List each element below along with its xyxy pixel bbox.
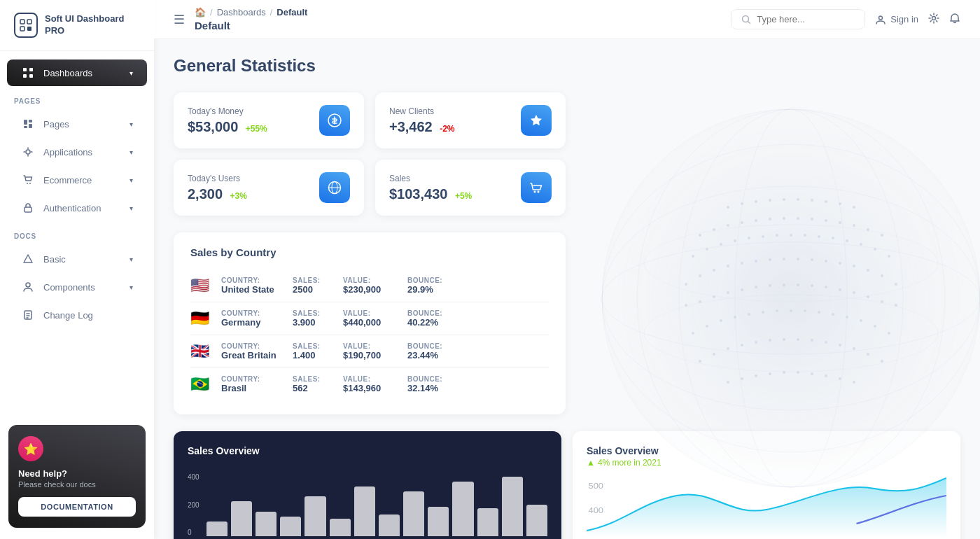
svg-point-119	[727, 347, 729, 350]
chevron-down-icon: ▾	[130, 284, 133, 291]
breadcrumb-dashboards[interactable]: Dashboards	[217, 7, 266, 18]
country-col-label: Country:	[221, 276, 284, 284]
svg-point-20	[932, 16, 936, 20]
bar-item	[231, 501, 252, 536]
country-col-br: Country: Brasil	[221, 375, 284, 393]
sidebar-item-applications[interactable]: Applications ▾	[7, 139, 147, 165]
svg-point-86	[685, 304, 687, 307]
stat-card-clients: New Clients +3,462 -2%	[375, 92, 566, 148]
svg-point-28	[735, 109, 847, 487]
line-chart-title: Sales Overview	[587, 445, 946, 456]
sidebar-item-ecommerce[interactable]: Ecommerce ▾	[7, 167, 147, 193]
ecommerce-label: Ecommerce	[43, 175, 92, 186]
bar-item	[354, 486, 375, 536]
home-icon[interactable]: 🏠	[195, 7, 206, 18]
svg-point-21	[602, 109, 980, 487]
svg-point-91	[755, 286, 757, 288]
svg-point-75	[755, 260, 757, 262]
notifications-icon[interactable]	[949, 13, 960, 27]
svg-point-48	[797, 217, 799, 220]
sidebar: Soft UI Dashboard PRO Dashboards ▾ PAGES	[0, 0, 154, 539]
svg-point-104	[720, 319, 722, 322]
chevron-down-icon: ▾	[130, 148, 133, 156]
svg-point-99	[867, 295, 869, 298]
sidebar-item-pages[interactable]: Pages ▾	[7, 111, 147, 137]
sidebar-item-components[interactable]: Components ▾	[7, 274, 147, 300]
country-col-us: Country: United State	[221, 276, 284, 295]
svg-point-39	[839, 202, 841, 205]
changelog-label: Change Log	[43, 310, 93, 321]
authentication-label: Authentication	[43, 203, 101, 214]
menu-toggle-button[interactable]: ☰	[174, 12, 185, 27]
svg-rect-6	[23, 74, 27, 78]
svg-point-93	[783, 284, 785, 286]
sales-col-us: Sales: 2500	[293, 276, 335, 295]
applications-label: Applications	[43, 147, 92, 158]
stat-info-money: Today's Money $53,000 +55%	[188, 106, 267, 135]
bar-item	[280, 517, 301, 536]
chevron-down-icon: ▾	[130, 120, 133, 128]
logo-area: Soft UI Dashboard PRO	[0, 0, 154, 51]
sales-value-gb: 1.400	[293, 350, 335, 360]
bar-chart-card: Sales Overview 400 200 0	[174, 431, 561, 539]
components-icon	[21, 280, 35, 294]
content-area: General Statistics Today's Money $53,000…	[154, 39, 980, 539]
svg-rect-3	[27, 27, 31, 31]
svg-point-140	[853, 381, 855, 384]
stat-badge-money: +55%	[246, 124, 267, 134]
sidebar-item-dashboards[interactable]: Dashboards ▾	[7, 59, 147, 86]
svg-point-79	[811, 258, 813, 261]
signin-button[interactable]: Sign in	[875, 14, 918, 25]
y-label-200: 200	[188, 501, 200, 509]
svg-point-69	[888, 255, 890, 258]
help-box: ⭐ Need help? Please check our docs DOCUM…	[8, 425, 146, 528]
svg-point-16	[26, 283, 30, 287]
search-input[interactable]	[757, 14, 855, 24]
country-name-de: Germany	[221, 317, 284, 328]
svg-point-109	[790, 309, 792, 312]
svg-point-107	[762, 311, 764, 314]
page-title: General Statistics	[174, 56, 960, 76]
svg-point-70	[685, 283, 687, 286]
svg-point-51	[839, 221, 841, 224]
svg-point-65	[832, 237, 834, 239]
settings-icon[interactable]	[928, 13, 939, 27]
changelog-icon	[21, 308, 35, 322]
stat-value-row-sales: $103,430 +5%	[389, 186, 472, 202]
svg-point-118	[713, 353, 715, 356]
sales-value-de: 3.900	[293, 317, 335, 328]
svg-point-102	[692, 332, 694, 335]
docs-section-label: DOCS	[0, 223, 154, 244]
y-label-0: 0	[188, 528, 200, 536]
value-amount-us: $230,900	[343, 284, 399, 295]
svg-rect-0	[20, 20, 24, 24]
search-icon	[741, 15, 751, 24]
stat-badge-clients: -2%	[440, 124, 454, 134]
bar-item	[403, 491, 424, 536]
help-title: Need help?	[18, 468, 136, 479]
dashboards-label: Dashboards	[43, 68, 92, 78]
svg-point-27	[644, 295, 938, 372]
sidebar-nav: Dashboards ▾ PAGES Pages ▾	[0, 51, 154, 414]
svg-point-106	[748, 313, 750, 316]
svg-point-133	[755, 374, 757, 377]
logo-icon	[14, 13, 38, 38]
flag-gb: 🇬🇧	[190, 342, 213, 360]
stat-info-sales: Sales $103,430 +5%	[389, 174, 472, 202]
bar-item	[379, 514, 400, 536]
sidebar-item-authentication[interactable]: Authentication ▾	[7, 195, 147, 221]
bounce-col-gb: Bounce: 23.44%	[407, 342, 449, 360]
line-chart-svg: 500 400	[587, 475, 946, 538]
search-box[interactable]	[731, 9, 865, 29]
svg-point-31	[727, 206, 729, 209]
svg-point-33	[755, 200, 757, 203]
stat-label-clients: New Clients	[389, 106, 455, 116]
svg-point-19	[879, 16, 883, 20]
bounce-value-gb: 23.44%	[407, 350, 449, 360]
documentation-button[interactable]: DOCUMENTATION	[18, 497, 136, 517]
country-row-de: 🇩🇪 Country: Germany Sales: 3.900 Value: …	[190, 302, 549, 335]
sidebar-item-basic[interactable]: Basic ▾	[7, 246, 147, 272]
sidebar-item-changelog[interactable]: Change Log	[7, 302, 147, 328]
svg-point-139	[839, 377, 841, 380]
svg-point-97	[839, 288, 841, 291]
